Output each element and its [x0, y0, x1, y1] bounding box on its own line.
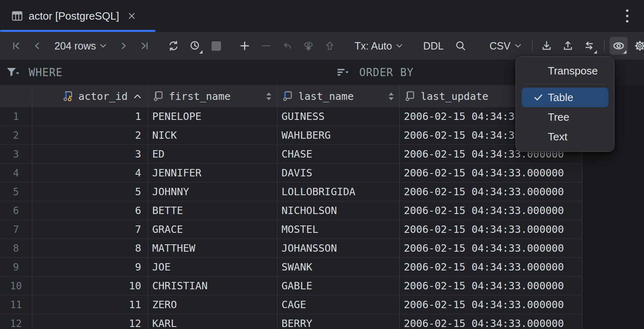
- cell-actor-id[interactable]: 7: [32, 220, 148, 239]
- indexed-column-icon: [281, 90, 295, 103]
- column-header-actor-id[interactable]: actor_id: [32, 85, 148, 107]
- export-format-selector[interactable]: CSV: [484, 37, 526, 55]
- row-number[interactable]: 8: [0, 239, 32, 257]
- cell-actor-id[interactable]: 1: [32, 107, 148, 126]
- ddl-button[interactable]: DDL: [418, 37, 448, 55]
- row-number[interactable]: 2: [0, 126, 32, 144]
- stop-icon[interactable]: [207, 37, 225, 55]
- row-number[interactable]: 7: [0, 220, 32, 239]
- cell-first-name[interactable]: NICK: [148, 126, 277, 144]
- menu-item-table[interactable]: Table: [522, 88, 608, 107]
- row-number[interactable]: 5: [0, 183, 32, 201]
- row-number[interactable]: 4: [0, 164, 32, 182]
- cell-first-name[interactable]: CHRISTIAN: [148, 277, 277, 295]
- column-header-first-name[interactable]: first_name: [148, 85, 277, 107]
- eye-icon[interactable]: [610, 37, 628, 55]
- cell-last-update[interactable]: 2006-02-15 04:34:33.000000: [400, 164, 582, 182]
- cell-first-name[interactable]: JOE: [148, 258, 277, 276]
- import-icon[interactable]: [538, 37, 556, 55]
- cell-last-update[interactable]: 2006-02-15 04:34:33.000000: [400, 258, 582, 276]
- compare-icon[interactable]: [580, 37, 598, 55]
- last-page-icon[interactable]: [136, 37, 154, 55]
- cell-last-update[interactable]: 2006-02-15 04:34:33.000000: [400, 314, 582, 329]
- cell-last-update[interactable]: 2006-02-15 04:34:33.000000: [400, 220, 582, 239]
- row-number[interactable]: 9: [0, 258, 32, 276]
- export-icon[interactable]: [559, 37, 577, 55]
- cell-first-name[interactable]: ZERO: [148, 295, 277, 314]
- search-icon[interactable]: [452, 37, 470, 55]
- add-row-icon[interactable]: [236, 37, 254, 55]
- cell-actor-id[interactable]: 5: [32, 183, 148, 201]
- cell-actor-id[interactable]: 4: [32, 164, 148, 182]
- preview-changes-icon[interactable]: [299, 37, 317, 55]
- tab-actor-postgresql[interactable]: actor [PostgreSQL]: [0, 0, 155, 32]
- first-page-icon[interactable]: [7, 37, 25, 55]
- cell-actor-id[interactable]: 11: [32, 295, 148, 314]
- cell-actor-id[interactable]: 9: [32, 258, 148, 276]
- row-number[interactable]: 6: [0, 201, 32, 220]
- cell-first-name[interactable]: PENELOPE: [148, 107, 277, 126]
- cell-actor-id[interactable]: 10: [32, 277, 148, 295]
- where-filter-field[interactable]: WHERE: [6, 60, 63, 85]
- order-by-filter-field[interactable]: ORDER BY: [336, 60, 414, 85]
- cell-first-name[interactable]: JENNIFER: [148, 164, 277, 182]
- cell-first-name[interactable]: KARL: [148, 314, 277, 329]
- row-number[interactable]: 10: [0, 277, 32, 295]
- row-number[interactable]: 12: [0, 314, 32, 329]
- cell-last-name[interactable]: NICHOLSON: [277, 201, 400, 220]
- cell-last-update[interactable]: 2006-02-15 04:34:33.000000: [400, 239, 582, 257]
- gear-icon[interactable]: [631, 37, 644, 55]
- cell-last-name[interactable]: CAGE: [277, 295, 400, 314]
- cell-last-name[interactable]: CHASE: [277, 145, 400, 163]
- cell-last-update[interactable]: 2006-02-15 04:34:33.000000: [400, 295, 582, 314]
- menu-item-tree[interactable]: Tree: [522, 107, 608, 127]
- kebab-menu-icon[interactable]: [620, 9, 634, 23]
- undo-icon[interactable]: [278, 37, 296, 55]
- cell-actor-id[interactable]: 2: [32, 126, 148, 144]
- cell-last-name[interactable]: GUINESS: [277, 107, 400, 126]
- submit-icon[interactable]: [321, 37, 339, 55]
- view-mode-menu: Transpose Table Tree Text: [516, 56, 615, 152]
- cell-last-name[interactable]: WAHLBERG: [277, 126, 400, 144]
- cell-first-name[interactable]: GRACE: [148, 220, 277, 239]
- tx-mode-label: Tx: Auto: [354, 40, 392, 52]
- cell-actor-id[interactable]: 3: [32, 145, 148, 163]
- next-page-icon[interactable]: [115, 37, 133, 55]
- cell-last-update[interactable]: 2006-02-15 04:34:33.000000: [400, 183, 582, 201]
- cell-last-name[interactable]: SWANK: [277, 258, 400, 276]
- query-history-icon[interactable]: [186, 37, 204, 55]
- checkmark-icon: [533, 92, 544, 103]
- cell-first-name[interactable]: JOHNNY: [148, 183, 277, 201]
- cell-actor-id[interactable]: 8: [32, 239, 148, 257]
- cell-first-name[interactable]: ED: [148, 145, 277, 163]
- cell-first-name[interactable]: MATTHEW: [148, 239, 277, 257]
- row-number[interactable]: 11: [0, 295, 32, 314]
- grid-body: 1 1 PENELOPE GUINESS 2006-02-15 04:34:33…: [0, 107, 582, 329]
- cell-last-name[interactable]: LOLLOBRIGIDA: [277, 183, 400, 201]
- cell-last-name[interactable]: MOSTEL: [277, 220, 400, 239]
- row-number[interactable]: 3: [0, 145, 32, 163]
- previous-page-icon[interactable]: [28, 37, 46, 55]
- chevron-down-icon: [100, 44, 106, 48]
- cell-last-update[interactable]: 2006-02-15 04:34:33.000000: [400, 201, 582, 220]
- cell-last-name[interactable]: BERRY: [277, 314, 400, 329]
- reload-icon[interactable]: [164, 37, 182, 55]
- transaction-mode-selector[interactable]: Tx: Auto: [349, 37, 408, 55]
- menu-item-transpose[interactable]: Transpose: [522, 61, 608, 81]
- delete-row-icon[interactable]: [257, 37, 275, 55]
- row-number-header[interactable]: [0, 85, 32, 107]
- close-icon[interactable]: [127, 11, 137, 21]
- page-size-selector[interactable]: 204 rows: [50, 37, 111, 55]
- cell-first-name[interactable]: BETTE: [148, 201, 277, 220]
- menu-item-label: Transpose: [548, 65, 598, 77]
- cell-actor-id[interactable]: 12: [32, 314, 148, 329]
- cell-last-update[interactable]: 2006-02-15 04:34:33.000000: [400, 277, 582, 295]
- cell-actor-id[interactable]: 6: [32, 201, 148, 220]
- column-header-last-name[interactable]: last_name: [277, 85, 400, 107]
- cell-last-name[interactable]: JOHANSSON: [277, 239, 400, 257]
- export-format-label: CSV: [489, 40, 510, 52]
- menu-item-text[interactable]: Text: [522, 127, 608, 146]
- cell-last-name[interactable]: DAVIS: [277, 164, 400, 182]
- cell-last-name[interactable]: GABLE: [277, 277, 400, 295]
- row-number[interactable]: 1: [0, 107, 32, 126]
